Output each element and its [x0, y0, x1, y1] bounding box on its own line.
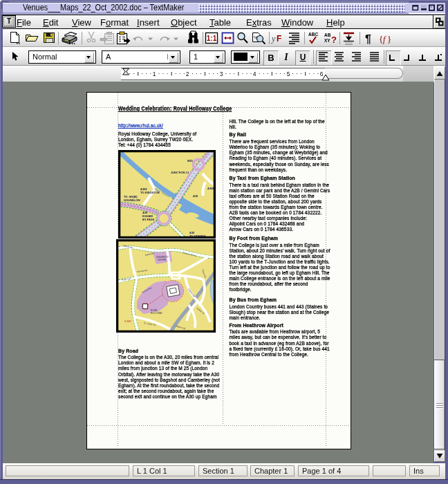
- svg-text:HOLLOWAY: HOLLOWAY: [151, 312, 162, 315]
- svg-text:A30: A30: [193, 194, 198, 198]
- svg-text:HOUNSLOW: HOUNSLOW: [124, 198, 140, 202]
- svg-text:BY-PASS: BY-PASS: [142, 218, 155, 221]
- svg-text:To M25: To M25: [124, 320, 131, 323]
- svg-text:CENTRE: CENTRE: [158, 259, 166, 261]
- svg-text:M25: M25: [187, 159, 194, 162]
- svg-text:JUNCTION 13: JUNCTION 13: [171, 171, 189, 174]
